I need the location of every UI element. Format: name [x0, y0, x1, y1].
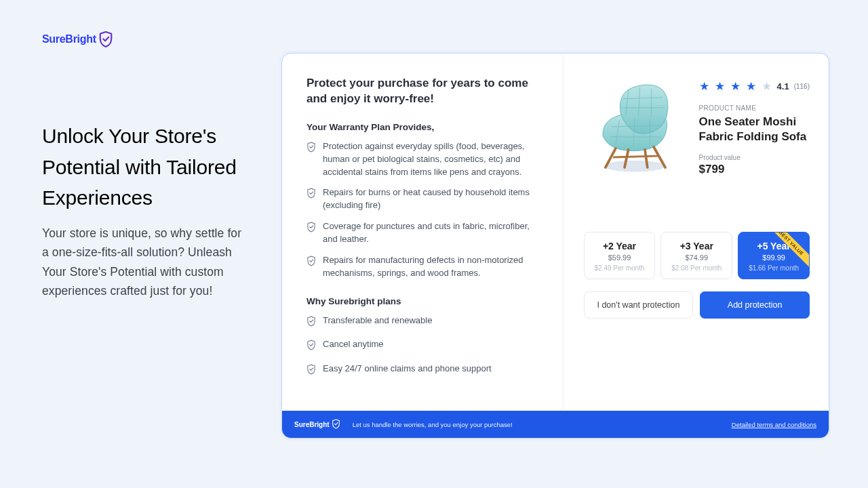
footer-logo: SureBright [294, 419, 340, 430]
footer-logo-text: SureBright [294, 421, 330, 428]
product-pane: ★ ★ ★ ★ ★ 4.1 (116) PRODUCT NAME One Sea… [564, 54, 829, 411]
product-image [584, 74, 686, 179]
decline-protection-button[interactable]: I don't want protection [584, 291, 694, 319]
star-icon: ★ [762, 79, 772, 94]
plan-per-month: $2.08 Per month [664, 264, 729, 272]
star-icon: ★ [746, 79, 757, 94]
product-value-label: Product value [699, 154, 810, 161]
plan-option-3yr[interactable]: +3 Year $74.99 $2.08 Per month [660, 232, 732, 279]
shield-check-icon [307, 316, 316, 331]
shield-icon [332, 419, 340, 430]
shield-check-icon [307, 188, 316, 212]
plan-price: $59.99 [587, 253, 652, 262]
list-item-text: Repairs for manufacturing defects in non… [323, 254, 544, 280]
product-price: $799 [699, 163, 810, 176]
rating-row: ★ ★ ★ ★ ★ 4.1 (116) [699, 79, 810, 94]
rating-value: 4.1 [777, 81, 789, 92]
list-item-text: Coverage for punctures and cuts in fabri… [323, 220, 544, 246]
why-list: Transferable and renewable Cancel anytim… [307, 314, 544, 380]
list-item: Repairs for burns or heat caused by hous… [307, 186, 544, 212]
plan-term: +3 Year [664, 241, 729, 251]
list-item-text: Easy 24/7 online claims and phone suppor… [323, 363, 492, 379]
add-protection-button[interactable]: Add protection [700, 291, 810, 319]
product-name-label: PRODUCT NAME [699, 104, 810, 112]
hero-subtext: Your store is unique, so why settle for … [42, 224, 245, 300]
plan-option-2yr[interactable]: +2 Year $59.99 $2.49 Per month [584, 232, 656, 279]
rating-count: (116) [794, 83, 810, 90]
plan-option-5yr[interactable]: BEST VALUE +5 Year $99.99 $1.66 Per mont… [738, 232, 810, 279]
list-item-text: Repairs for burns or heat caused by hous… [323, 186, 544, 212]
star-icon: ★ [730, 79, 741, 94]
svg-line-15 [613, 156, 658, 157]
shield-check-icon [307, 364, 316, 379]
brand-logo-text: SureBright [42, 33, 96, 45]
product-name: One Seater Moshi Fabric Folding Sofa [699, 115, 810, 144]
list-item: Coverage for punctures and cuts in fabri… [307, 220, 544, 246]
provides-list: Protection against everyday spills (food… [307, 140, 544, 280]
modal-title: Protect your purchase for years to come … [307, 75, 544, 107]
shield-check-icon [307, 222, 316, 246]
list-item: Repairs for manufacturing defects in non… [307, 254, 544, 280]
list-item: Transferable and renewable [307, 314, 544, 331]
hero-headline: Unlock Your Store's Potential with Tailo… [42, 121, 259, 214]
terms-link[interactable]: Detailed terms and conditions [732, 421, 816, 428]
list-item: Cancel anytime [307, 338, 544, 354]
list-item-text: Transferable and renewable [323, 314, 432, 331]
list-item-text: Protection against everyday spills (food… [323, 140, 544, 179]
warranty-modal: Protect your purchase for years to come … [281, 53, 829, 439]
plan-row: +2 Year $59.99 $2.49 Per month +3 Year $… [584, 232, 810, 279]
shield-check-icon [307, 340, 316, 354]
plan-per-month: $2.49 Per month [587, 264, 652, 272]
list-item-text: Cancel anytime [323, 338, 384, 354]
shield-check-icon [307, 142, 316, 179]
provides-header: Your Warranty Plan Provides, [307, 122, 544, 132]
list-item: Protection against everyday spills (food… [307, 140, 544, 179]
list-item: Easy 24/7 online claims and phone suppor… [307, 363, 544, 379]
svg-point-0 [604, 160, 665, 171]
modal-footer: SureBright Let us handle the worries, an… [282, 411, 829, 438]
plan-term: +2 Year [587, 241, 652, 251]
footer-tagline: Let us handle the worries, and you enjoy… [353, 421, 732, 428]
star-icon: ★ [699, 79, 710, 94]
plan-price: $74.99 [664, 253, 729, 262]
shield-check-icon [307, 256, 316, 280]
brand-logo: SureBright [42, 30, 113, 48]
why-header: Why Surebright plans [307, 296, 544, 306]
warranty-details-pane: Protect your purchase for years to come … [282, 54, 564, 411]
star-icon: ★ [715, 79, 726, 94]
shield-icon [98, 30, 113, 48]
plan-per-month: $1.66 Per month [741, 264, 806, 272]
